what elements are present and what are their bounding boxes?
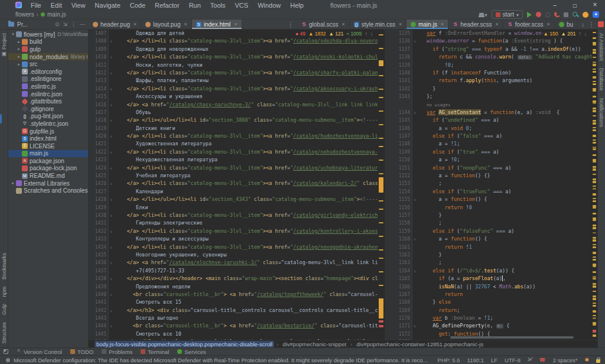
typos-count[interactable]: ≈ 1005: [347, 31, 362, 37]
menu-edit[interactable]: Edit: [47, 1, 66, 9]
close-tab-icon[interactable]: [399, 21, 402, 27]
tree-item-External-Libraries[interactable]: ▸External Libraries: [8, 180, 88, 187]
next-problem-icon[interactable]: ↓: [370, 31, 373, 37]
php-version[interactable]: PHP: 5.6: [438, 357, 460, 363]
tab-options-icon[interactable]: ⋮: [588, 21, 594, 28]
tree-expand-icon[interactable]: ▸: [17, 62, 21, 67]
tree-expand-icon[interactable]: ▸: [17, 47, 21, 51]
ai-assistant-icon[interactable]: [593, 11, 599, 18]
close-tab-icon[interactable]: [441, 21, 444, 27]
next-problem-icon[interactable]: ↓: [584, 31, 587, 37]
stop-button[interactable]: [564, 12, 568, 17]
menu-vcs[interactable]: VCS: [231, 1, 253, 9]
horizontal-scrollbar[interactable]: [450, 336, 574, 339]
tree-item-gulp[interactable]: ▸gulp: [8, 46, 88, 53]
menu-refactor[interactable]: Refactor: [151, 1, 184, 9]
usages-hint[interactable]: no usages: [427, 101, 597, 109]
code-area-js[interactable]: var f :OnErrorEventHandler = window.oner…: [412, 30, 597, 340]
inspection-widget-right[interactable]: ▲ 150▲ 201↑↓: [541, 31, 589, 37]
breadcrumb-item[interactable]: div#popmechanic-container-12851.popmecha…: [354, 341, 485, 347]
warnings-count[interactable]: ▲ 150: [544, 31, 558, 37]
hidden-tabs-icon[interactable]: ⋮: [288, 21, 294, 28]
user-avatar[interactable]: [583, 12, 588, 18]
menu-tools[interactable]: Tools: [206, 1, 230, 9]
tree-item-build[interactable]: ▸build: [8, 38, 88, 46]
menu-view[interactable]: View: [67, 1, 90, 9]
project-tree[interactable]: ▾flowers [my]D:\Work\flowers▸build▸gulp▸…: [8, 30, 89, 347]
tree-expand-icon[interactable]: ▸: [17, 54, 21, 59]
tree-item-.gitignore[interactable]: .gitignore: [8, 105, 88, 113]
tool-window-switcher-icon[interactable]: [4, 349, 8, 354]
weak-warnings-count[interactable]: ▲ 201: [561, 31, 576, 37]
notification-corner-icon[interactable]: [598, 21, 604, 27]
tab-bu[interactable]: bu: [555, 20, 578, 29]
inspections-level-icon[interactable]: ✱: [584, 357, 589, 363]
line-separator[interactable]: LF: [491, 357, 497, 363]
tree-item-.eslintignore[interactable]: .eslintignore: [8, 76, 88, 83]
tree-item-src[interactable]: ▸src: [8, 60, 88, 68]
read-only-toggle-icon[interactable]: ✎: [528, 357, 532, 363]
tool-strip-item-bookmarks[interactable]: Bookmarks: [1, 249, 7, 283]
maximize-button[interactable]: [565, 0, 585, 10]
tree-expand-icon[interactable]: ▸: [17, 40, 21, 44]
menu-help[interactable]: Help: [286, 1, 308, 9]
tool-strip-item-project[interactable]: ▣ Project: [1, 30, 7, 61]
tree-item-.eslintrc.json[interactable]: .eslintrc.json: [8, 90, 88, 98]
tree-item-.gitattributes[interactable]: .gitattributes: [8, 98, 88, 105]
tree-expand-icon[interactable]: ▸: [11, 181, 15, 186]
tool-window-button-version-control[interactable]: Version Control: [17, 349, 62, 355]
editor-pane-html[interactable]: 14071408∨14091410∨14111412∨14131414∨1415…: [89, 30, 385, 340]
nav-crumb[interactable]: flowers: [15, 11, 34, 18]
hide-panel-icon[interactable]: —: [80, 21, 85, 27]
tree-item-README.md[interactable]: MREADME.md: [8, 172, 88, 180]
tab-global.scss[interactable]: Sglobal.scss: [297, 20, 350, 29]
tree-item-main.js[interactable]: main.js: [8, 150, 88, 158]
tree-item-.stylelintrc.json[interactable]: ▽.stylelintrc.json: [8, 120, 88, 128]
profiler-status-icon[interactable]: ☎: [539, 357, 546, 363]
breadcrumb-bar[interactable]: body.js-focus-visible.popmechanic-deskto…: [89, 340, 597, 347]
tool-strip-item-notifications[interactable]: Notifications: [599, 95, 604, 131]
tool-strip-item-ai-assistant[interactable]: AI Assistant: [599, 30, 604, 64]
breadcrumb-item[interactable]: div#popmechanic-snippet: [281, 341, 348, 347]
menu-file[interactable]: File: [27, 1, 45, 9]
tree-item-flowers-my-[interactable]: ▾flowers [my]D:\Work\flowers: [8, 31, 88, 38]
close-tab-icon[interactable]: [184, 21, 187, 27]
tree-item-.editorconfig[interactable]: ≡.editorconfig: [8, 68, 88, 76]
warnings-count[interactable]: ▲ 1832: [308, 31, 326, 37]
tab-main.js[interactable]: main.js: [406, 20, 448, 29]
search-everywhere-button[interactable]: [573, 12, 578, 18]
collapse-all-icon[interactable]: ⇲: [63, 21, 67, 27]
tool-strip-item-structure[interactable]: Structure: [1, 318, 7, 347]
editor-pane-js[interactable]: 11351136∨1137113811391140114111421143114…: [385, 30, 597, 340]
debug-button[interactable]: [536, 12, 541, 17]
profiler-button[interactable]: [554, 12, 560, 17]
locate-file-icon[interactable]: ⊙: [55, 21, 60, 27]
tool-window-button-todo[interactable]: TODO: [70, 349, 93, 355]
inspection-widget-left[interactable]: ● 49▲ 1832▲ 121≈ 1005↑↓: [293, 31, 375, 37]
tab-index.html[interactable]: 5index.html: [192, 20, 242, 29]
tree-item-node_modules[interactable]: ▸node_moduleslibrary root: [8, 53, 88, 61]
error-stripe-left[interactable]: [378, 30, 385, 340]
navigation-breadcrumb[interactable]: flowersmain.js: [15, 11, 66, 18]
error-stripe-right[interactable]: [591, 30, 597, 340]
tab-style.min.css[interactable]: {}style.min.css: [350, 20, 407, 29]
menu-run[interactable]: Run: [185, 1, 205, 9]
tab-footer.scss[interactable]: Sfooter.scss: [503, 20, 555, 29]
status-message[interactable]: Microsoft Defender configuration: The ID…: [6, 357, 431, 363]
run-config-selector[interactable]: start: [492, 10, 523, 19]
breadcrumb-item[interactable]: body.js-focus-visible.popmechanic-deskto…: [95, 341, 274, 347]
weak-warnings-count[interactable]: ▲ 121: [329, 31, 344, 37]
tree-item-gulpfile.js[interactable]: Ggulpfile.js: [8, 128, 88, 135]
tree-item-LICENSE[interactable]: ©LICENSE: [8, 142, 88, 150]
prev-problem-icon[interactable]: ↑: [579, 31, 581, 37]
menu-window[interactable]: Window: [253, 1, 285, 9]
menu-navigate[interactable]: Navigate: [90, 1, 124, 9]
tool-window-button-services[interactable]: Services: [177, 349, 206, 355]
tree-item-Scratches-and-Consoles[interactable]: Scratches and Consoles: [8, 187, 88, 194]
tab-layout.pug[interactable]: layout.pug: [141, 20, 191, 29]
tool-strip-item-npm[interactable]: npm: [1, 283, 7, 301]
file-encoding[interactable]: UTF-8: [505, 357, 521, 363]
code-area-html[interactable]: Одежда для детей </a> </li><li class="ca…: [109, 30, 385, 340]
close-tab-icon[interactable]: [134, 21, 136, 27]
tree-item-package-lock.json[interactable]: package-lock.json: [8, 165, 88, 173]
